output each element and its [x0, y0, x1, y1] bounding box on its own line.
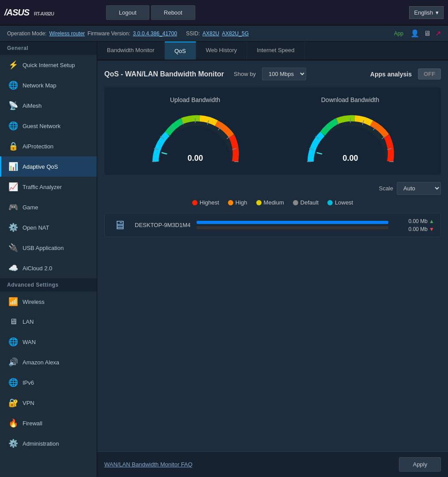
tab-internet-speed-label: Internet Speed	[257, 47, 294, 53]
tab-web-history-label: Web History	[206, 47, 237, 53]
guest-network-icon: 🌐	[8, 121, 18, 131]
legend-dot-highest	[192, 200, 197, 205]
app-link[interactable]: App	[394, 30, 403, 37]
speed-up: 0.00 Mb ▲	[408, 218, 434, 224]
show-by-select[interactable]: 100 Mbps 50 Mbps 10 Mbps	[262, 68, 306, 80]
sidebar-item-traffic-analyzer[interactable]: 📈 Traffic Analyzer	[0, 177, 97, 197]
tabs-bar: Bandwidth Monitor QoS Web History Intern…	[97, 42, 448, 61]
vpn-icon: 🔐	[8, 398, 18, 408]
asus-logo: /ASUS RT-AX82U	[4, 8, 54, 18]
sidebar-item-game[interactable]: 🎮 Game	[0, 197, 97, 217]
legend-default: Default	[293, 199, 319, 206]
operation-mode-value[interactable]: Wireless router	[49, 30, 85, 37]
legend-dot-high	[228, 200, 233, 205]
network-map-icon: 🌐	[8, 80, 18, 90]
aicloud-icon: ☁️	[8, 263, 18, 273]
reboot-button[interactable]: Reboot	[151, 5, 195, 20]
legend-dot-lowest	[327, 200, 333, 205]
sidebar-label-wan: WAN	[23, 339, 36, 345]
legend-label-medium: Medium	[264, 199, 284, 206]
chevron-down-icon: ▾	[436, 9, 439, 16]
administration-icon: ⚙️	[8, 439, 18, 448]
scale-row: Scale Auto 1 Mbps 10 Mbps 100 Mbps	[104, 182, 441, 195]
sidebar-item-guest-network[interactable]: 🌐 Guest Network	[0, 116, 97, 136]
sidebar-item-aiprotection[interactable]: 🔒 AiProtection	[0, 136, 97, 156]
sidebar-item-administration[interactable]: ⚙️ Administration	[0, 433, 97, 454]
sidebar-item-adaptive-qos[interactable]: 📊 Adaptive QoS	[0, 156, 97, 177]
language-select[interactable]: English ▾	[409, 6, 444, 19]
sidebar-label-wireless: Wireless	[23, 299, 45, 305]
wan-icon: 🌐	[8, 337, 18, 347]
main-layout: General ⚡ Quick Internet Setup 🌐 Network…	[0, 42, 448, 477]
logo-area: /ASUS RT-AX82U	[4, 8, 102, 18]
monitor-icon[interactable]: 🖥	[424, 30, 431, 38]
sidebar-item-aicloud[interactable]: ☁️ AiCloud 2.0	[0, 258, 97, 278]
share-icon[interactable]: ↗	[435, 29, 441, 38]
apps-analysis-toggle[interactable]: OFF	[418, 68, 441, 80]
sidebar-item-network-map[interactable]: 🌐 Network Map	[0, 75, 97, 95]
sidebar-label-vpn: VPN	[23, 400, 34, 406]
general-section-header: General	[0, 42, 97, 55]
sidebar-label-firewall: Firewall	[23, 420, 42, 427]
tab-bandwidth-monitor[interactable]: Bandwidth Monitor	[97, 42, 165, 60]
bar-upload	[197, 221, 388, 224]
scale-select[interactable]: Auto 1 Mbps 10 Mbps 100 Mbps	[397, 182, 441, 195]
tab-qos[interactable]: QoS	[165, 42, 196, 60]
usb-application-icon: 🔌	[8, 243, 18, 253]
apply-button[interactable]: Apply	[399, 457, 441, 472]
top-buttons: Logout Reboot	[102, 5, 409, 20]
tab-internet-speed[interactable]: Internet Speed	[247, 42, 304, 60]
sidebar-item-firewall[interactable]: 🔥 Firewall	[0, 413, 97, 433]
device-row: 🖥 DESKTOP-9M3D1M4 0.00 Mb ▲ 0.00 Mb ▼	[104, 213, 441, 237]
legend-label-default: Default	[300, 199, 319, 206]
legend-highest: Highest	[192, 199, 219, 206]
scale-label: Scale	[379, 185, 393, 192]
ipv6-icon: 🌐	[8, 378, 18, 387]
sidebar-item-quick-internet-setup[interactable]: ⚡ Quick Internet Setup	[0, 55, 97, 75]
logout-button[interactable]: Logout	[106, 5, 149, 20]
sidebar-label-aicloud: AiCloud 2.0	[23, 265, 52, 272]
sidebar-item-lan[interactable]: 🖥 LAN	[0, 312, 97, 332]
firewall-icon: 🔥	[8, 418, 18, 428]
sidebar-item-wan[interactable]: 🌐 WAN	[0, 332, 97, 352]
sidebar-item-usb-application[interactable]: 🔌 USB Application	[0, 238, 97, 258]
legend-row: Highest High Medium Default Lowest	[104, 199, 441, 206]
quick-internet-setup-icon: ⚡	[8, 60, 18, 70]
speed-down-arrow: ▼	[429, 226, 434, 232]
tab-web-history[interactable]: Web History	[196, 42, 247, 60]
firmware-value[interactable]: 3.0.0.4.386_41700	[133, 30, 177, 37]
operation-mode-label: Operation Mode:	[7, 30, 46, 37]
upload-gauge-svg: 0.00	[147, 109, 244, 170]
sidebar-item-aimesh[interactable]: 📡 AiMesh	[0, 95, 97, 116]
faq-link[interactable]: WAN/LAN Bandwidth Monitor FAQ	[104, 461, 193, 468]
adaptive-qos-icon: 📊	[8, 162, 18, 171]
legend-dot-medium	[256, 200, 262, 205]
sidebar-item-vpn[interactable]: 🔐 VPN	[0, 393, 97, 413]
language-value: English	[414, 9, 433, 16]
sidebar-item-amazon-alexa[interactable]: 🔊 Amazon Alexa	[0, 352, 97, 372]
sidebar-item-wireless[interactable]: 📶 Wireless	[0, 292, 97, 312]
svg-text:0.00: 0.00	[187, 154, 203, 163]
sidebar-item-open-nat[interactable]: ⚙️ Open NAT	[0, 217, 97, 238]
speed-up-arrow: ▲	[429, 218, 434, 224]
ssid-label: SSID:	[186, 30, 200, 37]
sidebar-item-ipv6[interactable]: 🌐 IPv6	[0, 372, 97, 393]
legend-dot-default	[293, 200, 298, 205]
page-content: QoS - WAN/LAN Bandwidth Monitor Show by …	[97, 61, 448, 451]
apps-analysis-state: OFF	[424, 71, 435, 77]
svg-text:0.00: 0.00	[342, 154, 358, 163]
info-bar: Operation Mode: Wireless router Firmware…	[0, 26, 448, 42]
game-icon: 🎮	[8, 202, 18, 212]
upload-label: Upload Bandwidth	[170, 96, 220, 103]
ssid-2g[interactable]: AX82U	[202, 30, 219, 37]
user-icon[interactable]: 👤	[410, 29, 419, 38]
download-gauge-svg: 0.00	[302, 109, 399, 170]
legend-label-high: High	[235, 199, 247, 206]
ssid-5g[interactable]: AX82U_5G	[222, 30, 249, 37]
device-icon: 🖥	[111, 218, 129, 232]
sidebar-label-game: Game	[23, 204, 38, 211]
sidebar-label-aiprotection: AiProtection	[23, 143, 53, 150]
legend-medium: Medium	[256, 199, 284, 206]
gauges-row: Upload Bandwidth	[104, 87, 441, 175]
legend-lowest: Lowest	[327, 199, 353, 206]
